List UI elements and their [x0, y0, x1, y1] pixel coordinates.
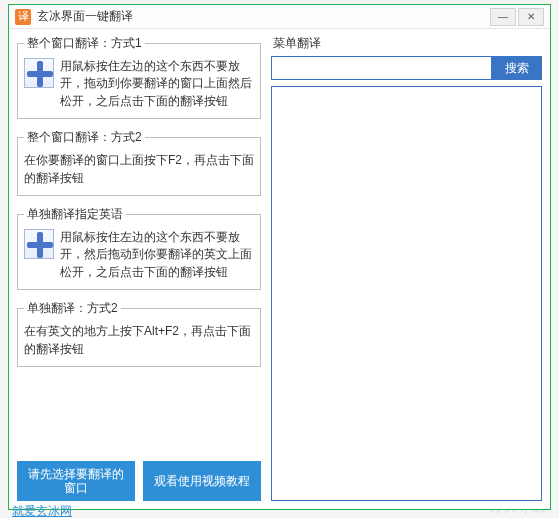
results-panel[interactable]: [271, 86, 542, 501]
left-column: 整个窗口翻译：方式1 用鼠标按住左边的这个东西不要放开，拖动到你要翻译的窗口上面…: [17, 35, 261, 501]
group-text-method2: 单独翻译：方式2 在有英文的地方上按下Alt+F2，再点击下面的翻译按钮: [17, 300, 261, 367]
window-title: 玄冰界面一键翻译: [37, 8, 133, 25]
group-desc: 在你要翻译的窗口上面按下F2，再点击下面的翻译按钮: [24, 152, 254, 187]
app-icon: 译: [15, 9, 31, 25]
close-button[interactable]: ✕: [518, 8, 544, 26]
menu-translate-label: 菜单翻译: [271, 35, 542, 52]
titlebar: 译 玄冰界面一键翻译 — ✕: [9, 5, 550, 29]
drag-target-icon[interactable]: [24, 58, 54, 88]
group-legend: 整个窗口翻译：方式1: [24, 35, 145, 52]
select-window-button[interactable]: 请先选择要翻译的窗口: [17, 461, 135, 501]
group-desc: 在有英文的地方上按下Alt+F2，再点击下面的翻译按钮: [24, 323, 254, 358]
minimize-button[interactable]: —: [490, 8, 516, 26]
group-legend: 单独翻译指定英语: [24, 206, 126, 223]
group-desc: 用鼠标按住左边的这个东西不要放开，拖动到你要翻译的窗口上面然后松开，之后点击下面…: [60, 58, 254, 110]
footer-link[interactable]: 就爱玄冰网: [12, 503, 72, 518]
group-legend: 单独翻译：方式2: [24, 300, 121, 317]
group-text-method1: 单独翻译指定英语 用鼠标按住左边的这个东西不要放开，然后拖动到你要翻译的英文上面…: [17, 206, 261, 290]
content-area: 整个窗口翻译：方式1 用鼠标按住左边的这个东西不要放开，拖动到你要翻译的窗口上面…: [9, 29, 550, 509]
window-controls: — ✕: [490, 8, 544, 26]
group-desc: 用鼠标按住左边的这个东西不要放开，然后拖动到你要翻译的英文上面松开，之后点击下面…: [60, 229, 254, 281]
search-input[interactable]: [271, 56, 492, 80]
left-button-row: 请先选择要翻译的窗口 观看使用视频教程: [17, 461, 261, 501]
group-window-method2: 整个窗口翻译：方式2 在你要翻译的窗口上面按下F2，再点击下面的翻译按钮: [17, 129, 261, 196]
app-window: 译 玄冰界面一键翻译 — ✕ 整个窗口翻译：方式1 用鼠标按住左边的这个东西不要…: [8, 4, 551, 510]
right-column: 菜单翻译 搜索: [271, 35, 542, 501]
group-window-method1: 整个窗口翻译：方式1 用鼠标按住左边的这个东西不要放开，拖动到你要翻译的窗口上面…: [17, 35, 261, 119]
drag-target-icon[interactable]: [24, 229, 54, 259]
search-row: 搜索: [271, 56, 542, 80]
search-button[interactable]: 搜索: [492, 56, 542, 80]
video-tutorial-button[interactable]: 观看使用视频教程: [143, 461, 261, 501]
group-legend: 整个窗口翻译：方式2: [24, 129, 145, 146]
